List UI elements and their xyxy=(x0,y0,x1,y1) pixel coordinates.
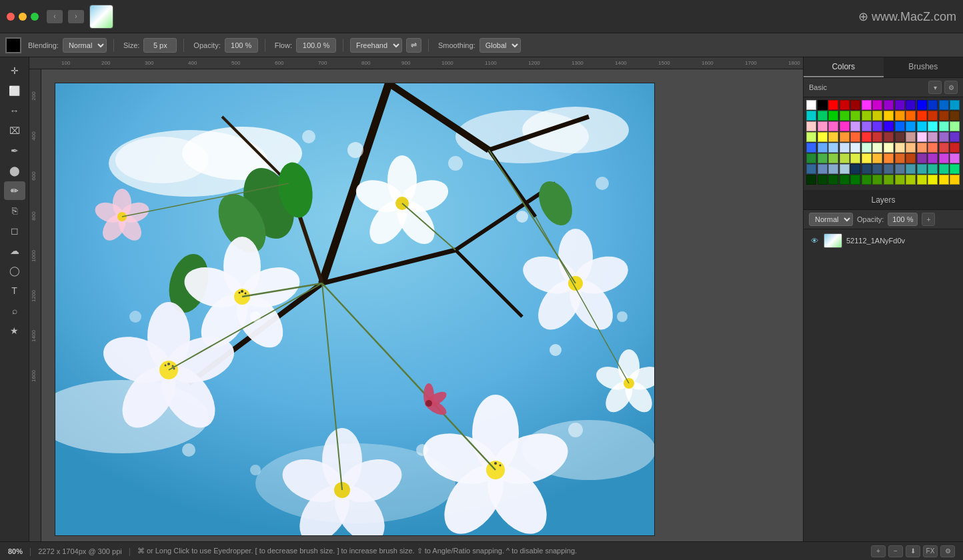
palette-settings-button[interactable]: ⚙ xyxy=(944,81,958,94)
layer-item[interactable]: 👁 52112_1ANyFd0v xyxy=(805,231,962,251)
color-swatch[interactable] xyxy=(862,164,872,174)
color-swatch[interactable] xyxy=(818,164,828,174)
color-swatch[interactable] xyxy=(939,132,949,142)
color-swatch[interactable] xyxy=(872,132,882,142)
freehand-select[interactable]: Freehand xyxy=(350,38,402,53)
color-swatch[interactable] xyxy=(928,164,938,174)
color-swatch[interactable] xyxy=(928,175,938,185)
color-swatch[interactable] xyxy=(884,175,894,185)
color-swatch[interactable] xyxy=(818,111,828,121)
color-swatch[interactable] xyxy=(850,175,860,185)
color-swatch[interactable] xyxy=(884,153,894,163)
color-swatch[interactable] xyxy=(928,153,938,163)
color-swatch[interactable] xyxy=(862,175,872,185)
color-swatch[interactable] xyxy=(917,153,927,163)
layers-opacity-input[interactable] xyxy=(888,213,918,226)
zoom-tool[interactable]: ⌕ xyxy=(4,301,25,320)
color-swatch[interactable] xyxy=(828,100,838,110)
color-swatch[interactable] xyxy=(828,111,838,121)
layers-blend-select[interactable]: Normal xyxy=(809,213,853,226)
color-swatch[interactable] xyxy=(840,175,850,185)
color-swatch[interactable] xyxy=(840,164,850,174)
color-swatch[interactable] xyxy=(928,111,938,121)
color-swatch[interactable] xyxy=(862,132,872,142)
color-swatch[interactable] xyxy=(895,175,905,185)
color-swatch[interactable] xyxy=(862,121,872,131)
close-button[interactable] xyxy=(7,13,15,21)
color-swatch[interactable] xyxy=(850,111,860,121)
color-swatch[interactable] xyxy=(917,164,927,174)
color-swatch[interactable] xyxy=(950,175,960,185)
color-swatch[interactable] xyxy=(884,132,894,142)
color-swatch[interactable] xyxy=(950,143,960,153)
color-swatch[interactable] xyxy=(872,111,882,121)
color-swatch[interactable] xyxy=(939,100,949,110)
color-swatch[interactable] xyxy=(884,121,894,131)
color-swatch[interactable] xyxy=(806,121,816,131)
color-swatch[interactable] xyxy=(950,164,960,174)
eyedropper-tool[interactable]: ✒ xyxy=(4,141,25,160)
settings-button[interactable]: ⚙ xyxy=(940,545,955,557)
color-swatch[interactable] xyxy=(939,164,949,174)
color-swatch[interactable] xyxy=(818,143,828,153)
color-swatch[interactable] xyxy=(917,175,927,185)
color-swatch[interactable] xyxy=(950,121,960,131)
color-swatch[interactable] xyxy=(862,111,872,121)
color-swatch[interactable] xyxy=(906,143,916,153)
color-swatch[interactable] xyxy=(917,100,927,110)
stamp-tool[interactable]: ⎘ xyxy=(4,201,25,220)
layer-visibility-icon[interactable]: 👁 xyxy=(809,235,820,246)
color-swatch[interactable] xyxy=(895,111,905,121)
color-swatch[interactable] xyxy=(895,143,905,153)
flow-input[interactable] xyxy=(296,38,336,53)
transform-tool[interactable]: ↔ xyxy=(4,101,25,120)
color-swatch[interactable] xyxy=(862,153,872,163)
delete-layer-button[interactable]: − xyxy=(888,545,903,557)
color-swatch[interactable] xyxy=(806,132,816,142)
color-swatch[interactable] xyxy=(950,111,960,121)
color-swatch[interactable] xyxy=(872,143,882,153)
color-swatch[interactable] xyxy=(840,143,850,153)
color-swatch[interactable] xyxy=(917,143,927,153)
color-swatch[interactable] xyxy=(928,100,938,110)
color-swatch[interactable] xyxy=(928,121,938,131)
color-swatch[interactable] xyxy=(828,121,838,131)
tab-colors[interactable]: Colors xyxy=(804,57,884,77)
color-swatch[interactable] xyxy=(906,132,916,142)
color-swatch[interactable] xyxy=(850,143,860,153)
color-swatch[interactable] xyxy=(917,111,927,121)
color-swatch[interactable] xyxy=(850,164,860,174)
minimize-button[interactable] xyxy=(19,13,27,21)
shape-tool[interactable]: ◯ xyxy=(4,261,25,280)
color-swatch[interactable] xyxy=(895,153,905,163)
color-swatch[interactable] xyxy=(818,175,828,185)
color-swatch[interactable] xyxy=(884,100,894,110)
color-swatch[interactable] xyxy=(872,164,882,174)
color-swatch[interactable] xyxy=(850,153,860,163)
color-swatch[interactable] xyxy=(840,100,850,110)
back-button[interactable]: ‹ xyxy=(47,10,63,23)
color-swatch[interactable] xyxy=(950,132,960,142)
smudge-tool[interactable]: ☁ xyxy=(4,241,25,260)
color-swatch[interactable] xyxy=(872,175,882,185)
color-swatch[interactable] xyxy=(939,121,949,131)
color-swatch[interactable] xyxy=(906,175,916,185)
color-swatch[interactable] xyxy=(917,121,927,131)
color-swatch[interactable] xyxy=(895,132,905,142)
color-swatch[interactable] xyxy=(884,111,894,121)
color-swatch[interactable] xyxy=(872,100,882,110)
opacity-input[interactable] xyxy=(225,38,258,53)
color-swatch[interactable] xyxy=(906,111,916,121)
star-tool[interactable]: ★ xyxy=(4,321,25,340)
color-swatch[interactable] xyxy=(828,153,838,163)
color-swatch[interactable] xyxy=(862,143,872,153)
color-swatch[interactable] xyxy=(872,153,882,163)
color-swatch[interactable] xyxy=(828,143,838,153)
color-swatch[interactable] xyxy=(850,132,860,142)
color-swatch[interactable] xyxy=(884,143,894,153)
color-swatch[interactable] xyxy=(895,121,905,131)
color-swatch[interactable] xyxy=(828,175,838,185)
eraser-tool[interactable]: ◻ xyxy=(4,221,25,240)
color-swatch[interactable] xyxy=(818,132,828,142)
color-swatch[interactable] xyxy=(950,153,960,163)
